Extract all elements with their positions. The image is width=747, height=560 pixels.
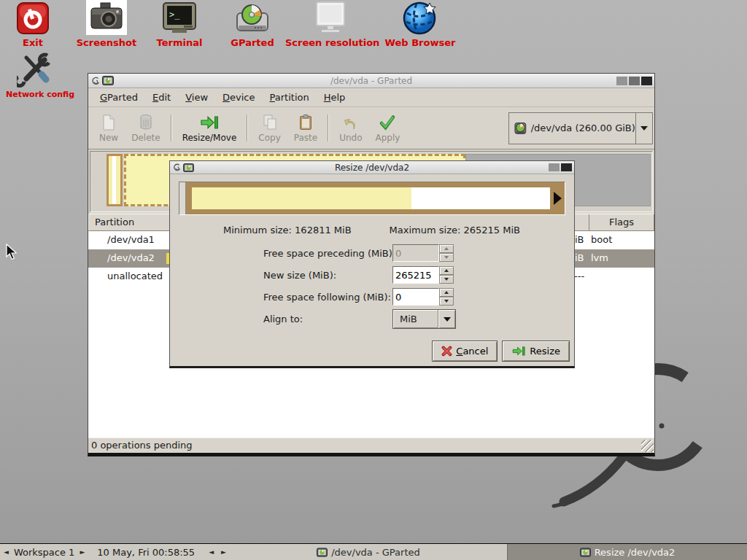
toolbar: New Delete Resize/Move bbox=[88, 107, 654, 149]
window-menu-swirl-icon[interactable] bbox=[90, 76, 100, 86]
new-button[interactable]: New bbox=[93, 109, 125, 147]
taskbar-item-label: Resize /dev/vda2 bbox=[595, 547, 676, 558]
new-size-label: New size (MiB): bbox=[263, 270, 336, 281]
menu-edit[interactable]: Edit bbox=[145, 89, 178, 106]
monitor-icon bbox=[311, 0, 349, 35]
window-next-icon[interactable]: ► bbox=[217, 548, 230, 556]
flags-value: boot bbox=[591, 234, 612, 245]
minimum-size-text: Minimum size: 162811 MiB bbox=[223, 225, 352, 236]
spin-up-icon[interactable] bbox=[439, 266, 454, 275]
dialog-minimize-button[interactable] bbox=[549, 163, 560, 171]
size-fragment: iB bbox=[575, 252, 584, 263]
resize-bar[interactable] bbox=[192, 187, 550, 209]
paste-button[interactable]: Paste bbox=[287, 109, 324, 147]
free-space-following-label: Free space following (MiB): bbox=[263, 292, 391, 303]
resize-left-handle[interactable] bbox=[179, 182, 186, 214]
button-label: Paste bbox=[294, 133, 317, 143]
copy-icon bbox=[262, 114, 278, 131]
button-label: Apply bbox=[376, 133, 400, 143]
chevron-down-icon bbox=[438, 317, 455, 322]
resize-confirm-button[interactable]: Resize bbox=[502, 341, 570, 362]
icon-label: Network config bbox=[6, 90, 63, 99]
new-size-input[interactable] bbox=[392, 266, 439, 284]
free-space-following-stepper[interactable] bbox=[439, 288, 454, 306]
align-to-label: Align to: bbox=[263, 314, 303, 324]
globe-icon bbox=[400, 0, 440, 35]
tools-icon bbox=[17, 51, 52, 88]
workspace-prev-icon[interactable]: ◄ bbox=[0, 548, 12, 556]
camera-icon bbox=[86, 0, 127, 35]
window-menu-swirl-icon[interactable] bbox=[172, 163, 181, 172]
chevron-down-icon[interactable] bbox=[636, 126, 652, 131]
menu-bar: GParted Edit View Device Partition Help bbox=[88, 88, 654, 107]
menu-device[interactable]: Device bbox=[215, 89, 262, 106]
resize-right-handle[interactable] bbox=[550, 182, 565, 214]
dialog-title: Resize /dev/vda2 bbox=[170, 163, 574, 173]
desktop-icon-web-browser[interactable]: Web Browser bbox=[380, 0, 460, 48]
free-space-preceding-label: Free space preceding (MiB): bbox=[263, 248, 395, 259]
resize-grip[interactable] bbox=[641, 440, 654, 452]
menu-partition[interactable]: Partition bbox=[263, 89, 317, 106]
cancel-x-icon bbox=[441, 346, 452, 357]
free-space-following-input[interactable] bbox=[392, 288, 439, 306]
workspace-label[interactable]: Workspace 1 bbox=[12, 547, 76, 558]
taskbar-item-resize-dialog-active[interactable]: Resize /dev/vda2 bbox=[507, 544, 747, 560]
maximize-button[interactable] bbox=[629, 77, 640, 85]
dialog-close-button[interactable] bbox=[561, 163, 572, 171]
desktop-icon-terminal[interactable]: >_ Terminal bbox=[148, 1, 211, 48]
toolbar-separator bbox=[247, 114, 248, 141]
device-selector[interactable]: /dev/vda (260.00 GiB) bbox=[508, 112, 653, 144]
spin-down-icon[interactable] bbox=[439, 253, 454, 262]
minimize-button[interactable] bbox=[616, 77, 627, 85]
dialog-title-bar[interactable]: Resize /dev/vda2 bbox=[170, 161, 574, 174]
new-document-icon bbox=[101, 114, 117, 131]
column-header-partition[interactable]: Partition bbox=[89, 214, 134, 230]
desktop-icon-network-config[interactable]: Network config bbox=[6, 51, 63, 99]
workspace-next-icon[interactable]: ► bbox=[76, 548, 88, 556]
taskbar-item-label: /dev/vda - GParted bbox=[331, 547, 420, 558]
spin-down-icon[interactable] bbox=[439, 275, 454, 284]
resize-move-button[interactable]: Resize/Move bbox=[176, 109, 244, 147]
desktop-icon-gparted[interactable]: GParted bbox=[222, 1, 282, 48]
desktop-icon-screen-resolution[interactable]: Screen resolution bbox=[285, 0, 376, 48]
menu-help[interactable]: Help bbox=[317, 89, 353, 106]
undo-button[interactable]: Undo bbox=[333, 109, 368, 147]
menu-view[interactable]: View bbox=[178, 89, 215, 106]
close-button[interactable] bbox=[641, 77, 652, 85]
align-to-row: Align to: MiB bbox=[170, 308, 574, 332]
taskbar-item-gparted[interactable]: /dev/vda - GParted bbox=[230, 544, 507, 560]
desktop: { "desktop": { "icons": [ { "label": "Ex… bbox=[0, 0, 747, 560]
align-to-combobox[interactable]: MiB bbox=[392, 309, 456, 329]
resize-slider-widget bbox=[179, 182, 565, 215]
right-arrow-icon bbox=[554, 192, 562, 205]
paste-clipboard-icon bbox=[298, 114, 314, 131]
resize-label: Resize bbox=[530, 346, 560, 357]
free-space-preceding-input[interactable] bbox=[392, 244, 439, 262]
free-space-preceding-stepper[interactable] bbox=[439, 244, 454, 262]
window-prev-icon[interactable]: ◄ bbox=[205, 548, 217, 556]
copy-button[interactable]: Copy bbox=[252, 109, 287, 147]
mouse-cursor bbox=[5, 244, 18, 261]
column-header-flags[interactable]: Flags bbox=[589, 214, 654, 230]
gparted-app-icon bbox=[317, 548, 328, 557]
align-to-value: MiB bbox=[393, 314, 417, 324]
spin-up-icon[interactable] bbox=[439, 288, 454, 297]
new-size-stepper[interactable] bbox=[439, 266, 454, 284]
power-icon bbox=[16, 1, 50, 35]
delete-button[interactable]: Delete bbox=[125, 109, 166, 147]
min-max-row: Minimum size: 162811 MiB Maximum size: 2… bbox=[170, 225, 574, 236]
apply-button[interactable]: Apply bbox=[369, 109, 407, 147]
partition-name: unallocated bbox=[107, 271, 163, 281]
toolbar-separator bbox=[171, 114, 172, 141]
cancel-button[interactable]: Cancel bbox=[432, 341, 498, 362]
device-drive-icon bbox=[514, 121, 527, 136]
spin-down-icon[interactable] bbox=[439, 297, 454, 306]
viz-partition-vda1[interactable] bbox=[107, 154, 123, 206]
icon-label: Screenshot bbox=[75, 37, 138, 48]
desktop-icon-screenshot[interactable]: Screenshot bbox=[75, 0, 138, 48]
undo-arrow-icon bbox=[343, 114, 359, 131]
spin-up-icon[interactable] bbox=[439, 244, 454, 253]
desktop-icon-exit[interactable]: Exit bbox=[9, 1, 57, 48]
main-title-bar[interactable]: /dev/vda - GParted bbox=[88, 74, 654, 88]
menu-gparted[interactable]: GParted bbox=[93, 89, 145, 106]
